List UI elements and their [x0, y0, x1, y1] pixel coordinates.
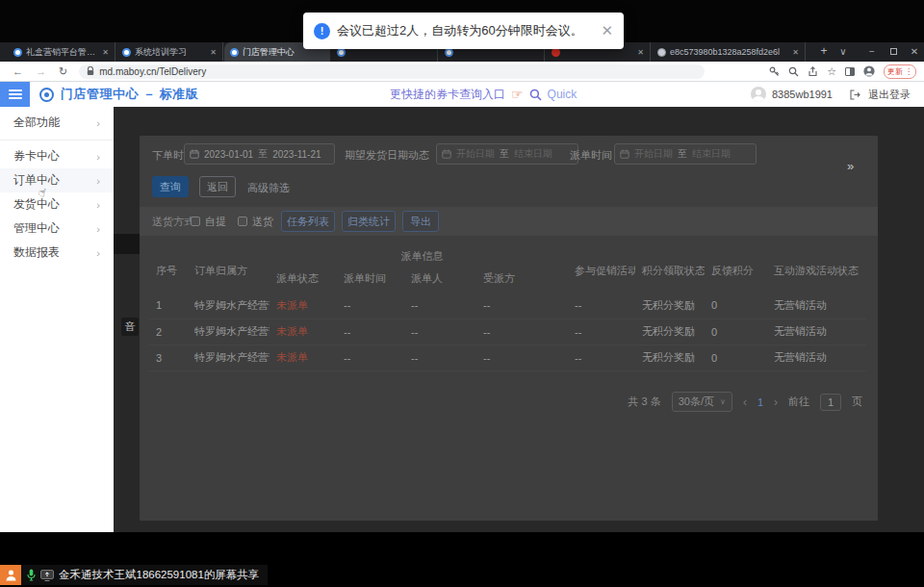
share-icon[interactable]	[808, 66, 818, 77]
window-minimize-button[interactable]: −	[862, 42, 882, 62]
order-time-range-picker[interactable]: 2023-01-01 至 2023-11-21	[184, 143, 335, 165]
quick-label[interactable]: Quick	[548, 88, 578, 101]
export-button[interactable]: 导出	[402, 211, 439, 232]
logout-icon[interactable]	[850, 89, 860, 100]
reload-icon[interactable]: ↻	[59, 65, 67, 78]
quick-entry-link[interactable]: 更快捷的券卡查询入口	[390, 87, 505, 103]
col-promo: 参与促销活动	[568, 249, 635, 293]
advanced-filter-link[interactable]: 高级筛选	[247, 181, 290, 195]
col-dispatcher: 派单人	[404, 264, 476, 293]
prev-page-button[interactable]: ‹	[743, 396, 747, 409]
bookmark-star-icon[interactable]: ☆	[827, 66, 836, 77]
screen-share-icon	[40, 570, 54, 581]
goto-label: 前往	[788, 395, 809, 409]
quick-search-icon[interactable]	[529, 89, 542, 101]
drawer-toggle-icon[interactable]: »	[847, 159, 854, 173]
tab-training[interactable]: 系统培训学习 ✕	[116, 42, 223, 62]
orders-table: 序号 订单归属方 派单信息 参与促销活动 积分领取状态 反馈积分 互动游戏活动状…	[149, 249, 866, 371]
kebab-menu-icon[interactable]: ⋮	[905, 67, 912, 76]
window-maximize-button[interactable]	[884, 42, 903, 62]
next-page-button[interactable]: ›	[774, 396, 778, 409]
sidebar-divider	[0, 140, 114, 140]
pickup-label[interactable]: 自提	[205, 215, 226, 229]
sidebar-item-coupon-center[interactable]: 券卡中心›	[0, 144, 114, 168]
site-favicon	[13, 48, 22, 57]
chevron-down-icon: ∨	[720, 397, 726, 406]
window-close-button[interactable]: ✕	[905, 42, 924, 62]
tab-hash[interactable]: e8c573980b1328a258fd2e6l ✕	[652, 42, 806, 62]
classify-stats-button[interactable]: 归类统计	[342, 211, 396, 232]
sidebar-item-management-center[interactable]: 管理中心›	[0, 217, 114, 241]
delivery-label[interactable]: 送货	[252, 215, 273, 229]
pickup-checkbox[interactable]	[191, 217, 200, 226]
user-area: 8385wb1991 退出登录	[751, 87, 924, 102]
back-button[interactable]: 返回	[199, 176, 236, 197]
pointing-finger-icon: ☞	[511, 87, 524, 102]
total-count: 共 3 条	[628, 395, 660, 409]
tab-gift-platform[interactable]: 礼盒营销平台管理中心 ✕	[8, 42, 116, 62]
person-icon	[5, 569, 17, 581]
username: 8385wb1991	[772, 89, 833, 100]
sidebar-item-order-center[interactable]: 订单中心›	[0, 168, 114, 192]
table-row[interactable]: 3特罗姆水产经营部未派单--------无积分奖励0无营销活动	[149, 345, 866, 370]
site-favicon	[122, 48, 131, 57]
col-dispatch-status: 派单状态	[270, 264, 337, 293]
meeting-notification: ! 会议已超过2人，自动转为60分钟限时会议。 ✕	[303, 13, 624, 49]
task-list-button[interactable]: 任务列表	[281, 211, 335, 232]
sidebar-item-shipping-center[interactable]: 发货中心›	[0, 192, 114, 217]
share-status: 金禾通技术王斌18662591081的屏幕共享	[21, 565, 268, 585]
notification-text: 会议已超过2人，自动转为60分钟限时会议。	[337, 22, 583, 39]
table-row[interactable]: 1特罗姆水产经营部未派单--------无积分奖励0无营销活动	[149, 293, 866, 319]
forward-icon[interactable]: →	[36, 65, 46, 77]
table-row[interactable]: 2特罗姆水产经营部未派单--------无积分奖励0无营销活动	[149, 319, 866, 345]
expect-ship-range-picker[interactable]: 开始日期 至 结束日期	[436, 143, 578, 165]
logout-button[interactable]: 退出登录	[868, 88, 911, 102]
dispatch-time-range-picker[interactable]: 开始日期 至 结束日期	[614, 143, 757, 165]
new-tab-button[interactable]: +	[816, 44, 832, 60]
main-area: 音 全部功能› 券卡中心› 订单中心› 发货中心› 管理中心› 数据报表› ☝	[0, 107, 924, 532]
current-page[interactable]: 1	[757, 396, 763, 408]
zoom-icon[interactable]	[788, 66, 799, 77]
chevron-right-icon: ›	[96, 151, 100, 163]
chevron-right-icon: ›	[96, 117, 100, 129]
password-key-icon[interactable]	[769, 66, 780, 77]
screen-share-bar: 金禾通技术王斌18662591081的屏幕共享	[0, 565, 268, 585]
chevron-right-icon: ›	[96, 223, 100, 235]
profile-icon[interactable]	[863, 65, 875, 77]
goto-page-input[interactable]: 1	[820, 394, 841, 411]
search-button[interactable]: 查询	[152, 176, 189, 197]
tab-search-menu-icon[interactable]: ∨	[834, 42, 853, 62]
calendar-icon	[620, 149, 629, 159]
chevron-right-icon: ›	[96, 175, 100, 187]
sidebar-item-data-report[interactable]: 数据报表›	[0, 241, 114, 265]
page-size-select[interactable]: 30条/页 ∨	[672, 392, 732, 412]
browser-update-badge[interactable]: 更新 ⋮	[884, 64, 916, 79]
chevron-right-icon: ›	[96, 199, 100, 211]
user-avatar[interactable]	[751, 87, 766, 102]
col-seq: 序号	[149, 249, 188, 293]
col-game-status: 互动游戏活动状态	[767, 249, 866, 293]
quick-entry: 更快捷的券卡查询入口 ☞ Quick	[390, 87, 577, 103]
dispatch-panel: » 下单时间 2023-01-01 至 2023-11-21 期望发货日期动态 …	[140, 136, 878, 521]
tab-close-icon[interactable]: ✕	[102, 48, 109, 57]
tab-close-icon[interactable]: ✕	[792, 48, 799, 57]
screen: 礼盒营销平台管理中心 ✕ 系统培训学习 ✕ 门店管理中心 ✕ e8c573980…	[0, 0, 924, 587]
app-title: 门店管理中心 － 标准版	[61, 86, 198, 103]
tab-close-icon[interactable]: ✕	[637, 48, 644, 57]
back-icon[interactable]: ←	[13, 65, 23, 77]
close-icon[interactable]: ✕	[601, 22, 613, 39]
globe-favicon	[657, 48, 666, 57]
url-text[interactable]: md.maboy.cn/TelDelivery	[99, 66, 206, 77]
address-bar[interactable]: md.maboy.cn/TelDelivery	[79, 64, 705, 79]
dispatch-time-label: 派单时间	[570, 148, 612, 163]
delivery-checkbox[interactable]	[238, 217, 247, 226]
col-points-status: 积分领取状态	[635, 249, 705, 293]
toolbar-icons: ☆ 更新 ⋮	[769, 64, 924, 79]
hamburger-menu-button[interactable]	[0, 82, 30, 107]
sidebar-item-all-functions[interactable]: 全部功能›	[0, 111, 114, 135]
col-owner: 订单归属方	[188, 249, 270, 293]
col-group-dispatch-info: 派单信息	[270, 249, 568, 264]
page-unit: 页	[852, 395, 862, 409]
tab-close-icon[interactable]: ✕	[210, 48, 217, 57]
side-panel-icon[interactable]	[845, 67, 855, 76]
